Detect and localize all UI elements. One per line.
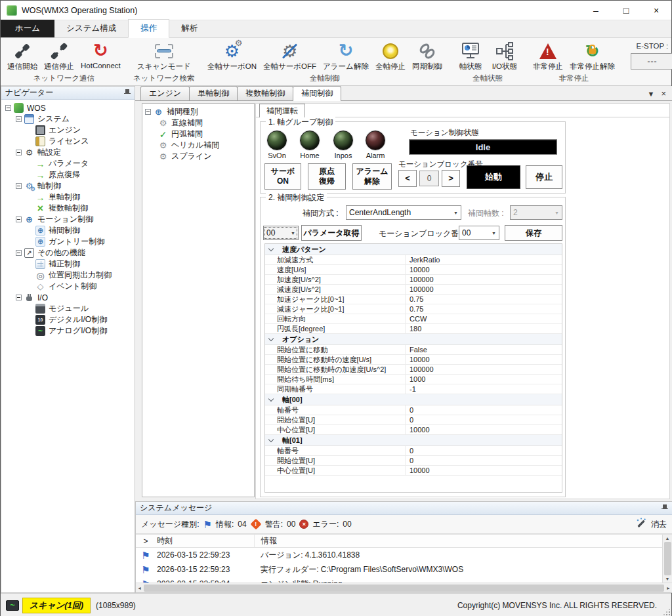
- property-value[interactable]: 0: [406, 457, 562, 464]
- interp-tree-item-円弧補間[interactable]: 円弧補間: [144, 129, 253, 140]
- collapse-chevron-icon[interactable]: [265, 439, 277, 441]
- minimize-button[interactable]: –: [581, 1, 611, 20]
- all-axis-stop-button[interactable]: 全軸停止: [373, 39, 408, 72]
- doc-tab-multi-axis[interactable]: 複数軸制御: [237, 86, 293, 100]
- property-value[interactable]: -1: [406, 385, 562, 393]
- property-row[interactable]: 中心位置[U]10000: [265, 425, 562, 435]
- property-value[interactable]: 1000: [406, 375, 562, 383]
- interp-tree-root[interactable]: 補間種別: [144, 106, 253, 117]
- pin-icon[interactable]: [124, 89, 131, 97]
- collapse-chevron-icon[interactable]: [265, 248, 277, 251]
- property-section-header[interactable]: 軸[00]: [265, 394, 562, 405]
- property-row[interactable]: 加速ジャーク比[0~1]0.75: [265, 295, 562, 304]
- tree-expander-icon[interactable]: [16, 116, 22, 122]
- tree-item-デジタルI/O制御[interactable]: デジタルI/O制御: [3, 314, 133, 325]
- get-parameter-button[interactable]: パラメータ取得: [301, 225, 362, 241]
- interp-method-combo[interactable]: CenterAndLength▼: [346, 205, 461, 220]
- property-row[interactable]: 加速度[U/s^2]100000: [265, 275, 562, 285]
- property-row[interactable]: 開始位置[U]0: [265, 415, 562, 425]
- interp-tree-item-スプライン[interactable]: スプライン: [144, 151, 253, 162]
- property-value[interactable]: 10000: [406, 426, 562, 434]
- block-prev-button[interactable]: <: [398, 170, 417, 187]
- tree-expander-icon[interactable]: [16, 216, 22, 222]
- property-value[interactable]: 10000: [406, 466, 562, 474]
- tab-system-config[interactable]: システム構成: [54, 20, 128, 37]
- subtab-interp-operation[interactable]: 補間運転: [259, 104, 305, 117]
- property-value[interactable]: JerkRatio: [406, 256, 562, 264]
- property-value[interactable]: 10000: [406, 356, 562, 363]
- axis-status-button[interactable]: 軸状態: [454, 39, 487, 72]
- tree-item-イベント制御[interactable]: イベント制御: [3, 281, 133, 292]
- property-row[interactable]: 軸番号0: [265, 446, 562, 456]
- close-doc-icon[interactable]: ×: [661, 89, 666, 98]
- tree-item-原点復帰[interactable]: 原点復帰: [3, 169, 133, 180]
- tree-expander-icon[interactable]: [16, 183, 22, 189]
- block-number-value[interactable]: 0: [419, 171, 439, 186]
- interp-axis-count-combo[interactable]: 2▼: [510, 205, 562, 220]
- interp-tree-item-直線補間[interactable]: 直線補間: [144, 117, 253, 129]
- message-row[interactable]: ⚑2026-03-15 22:59:23実行フォルダー: C:\Program …: [136, 562, 672, 577]
- horizontal-scrollbar[interactable]: ◄►: [136, 583, 672, 592]
- clear-button[interactable]: 消去: [651, 519, 667, 530]
- tree-expander-icon[interactable]: [16, 295, 22, 300]
- property-value[interactable]: CCW: [406, 315, 562, 323]
- property-section-header[interactable]: 速度パターン: [265, 244, 562, 255]
- motion-block-combo[interactable]: 00▼: [459, 226, 499, 240]
- property-value[interactable]: 0: [406, 447, 562, 455]
- property-value[interactable]: False: [406, 346, 562, 354]
- start-button[interactable]: 始動: [467, 165, 520, 189]
- comm-stop-button[interactable]: 通信停止: [41, 39, 77, 72]
- property-row[interactable]: 中心位置[U]10000: [265, 466, 562, 476]
- property-row[interactable]: 同期軸番号-1: [265, 384, 562, 394]
- vertical-scrollbar[interactable]: ▲▼: [662, 535, 672, 583]
- collapse-chevron-icon[interactable]: [265, 398, 277, 401]
- alarm-clear-button[interactable]: アラーム 解除: [352, 163, 392, 190]
- tree-expander-icon[interactable]: [16, 250, 22, 256]
- property-row[interactable]: 減速度[U/s^2]100000: [265, 285, 562, 295]
- time-column-header[interactable]: 時刻: [156, 535, 254, 546]
- property-value[interactable]: 100000: [406, 365, 562, 373]
- tree-item-軸設定[interactable]: 軸設定: [3, 147, 133, 158]
- tree-item-複数軸制御[interactable]: 複数軸制御: [3, 203, 133, 214]
- property-row[interactable]: 開始位置に移動False: [265, 345, 562, 355]
- stop-button[interactable]: 停止: [526, 165, 562, 189]
- tab-operation[interactable]: 操作: [128, 19, 169, 38]
- block-next-button[interactable]: >: [442, 170, 460, 187]
- message-row[interactable]: ⚑2026-03-15 22:59:24エンジン状態: Running: [136, 577, 672, 583]
- property-value[interactable]: 180: [406, 325, 562, 333]
- alarm-clear-all-button[interactable]: ↻ アラーム解除: [320, 39, 371, 72]
- property-value[interactable]: 0: [406, 406, 562, 414]
- sort-indicator[interactable]: >: [136, 537, 156, 546]
- tree-item-ガントリー制御[interactable]: ガントリー制御: [3, 236, 133, 247]
- tree-item-補間制御[interactable]: 補間制御: [3, 225, 133, 236]
- tree-item-エンジン[interactable]: エンジン: [3, 125, 133, 136]
- property-row[interactable]: 開始位置に移動時の加速度[U/s^2]100000: [265, 365, 562, 375]
- io-status-button[interactable]: I/O状態: [488, 39, 521, 72]
- tree-expander-icon[interactable]: [16, 150, 22, 155]
- property-row[interactable]: 加減速方式JerkRatio: [265, 255, 562, 265]
- pin-icon[interactable]: [662, 504, 668, 512]
- property-row[interactable]: 軸番号0: [265, 405, 562, 415]
- tree-expander-icon[interactable]: [145, 109, 151, 115]
- tree-item-I/O[interactable]: I/O: [3, 292, 133, 303]
- doc-tab-single-axis[interactable]: 単軸制御: [189, 86, 238, 100]
- tree-item-軸制御[interactable]: 軸制御: [3, 180, 133, 192]
- tree-item-WOS[interactable]: WOS: [3, 102, 133, 113]
- maximize-button[interactable]: □: [611, 1, 641, 20]
- tree-item-位置同期出力制御[interactable]: 位置同期出力制御: [3, 270, 133, 281]
- tab-home[interactable]: ホーム: [1, 20, 54, 37]
- tree-item-モジュール[interactable]: モジュール: [3, 303, 133, 314]
- resize-grip[interactable]: [663, 609, 670, 615]
- property-row[interactable]: 開始待ち時間[ms]1000: [265, 375, 562, 384]
- tree-item-モーション制御[interactable]: モーション制御: [3, 214, 133, 225]
- property-value[interactable]: 100000: [406, 285, 562, 293]
- tree-item-補正制御[interactable]: 補正制御: [3, 258, 133, 270]
- property-value[interactable]: 100000: [406, 276, 562, 283]
- all-servo-off-button[interactable]: ⚙ 全軸サーボOFF: [261, 39, 319, 72]
- tree-item-システム[interactable]: システム: [3, 113, 133, 125]
- close-button[interactable]: ×: [641, 1, 671, 20]
- property-row[interactable]: 開始位置[U]0: [265, 456, 562, 466]
- tree-item-その他の機能[interactable]: その他の機能: [3, 247, 133, 258]
- tree-item-単軸制御[interactable]: 単軸制御: [3, 192, 133, 203]
- interp-tree-item-ヘリカル補間[interactable]: ヘリカル補間: [144, 140, 253, 151]
